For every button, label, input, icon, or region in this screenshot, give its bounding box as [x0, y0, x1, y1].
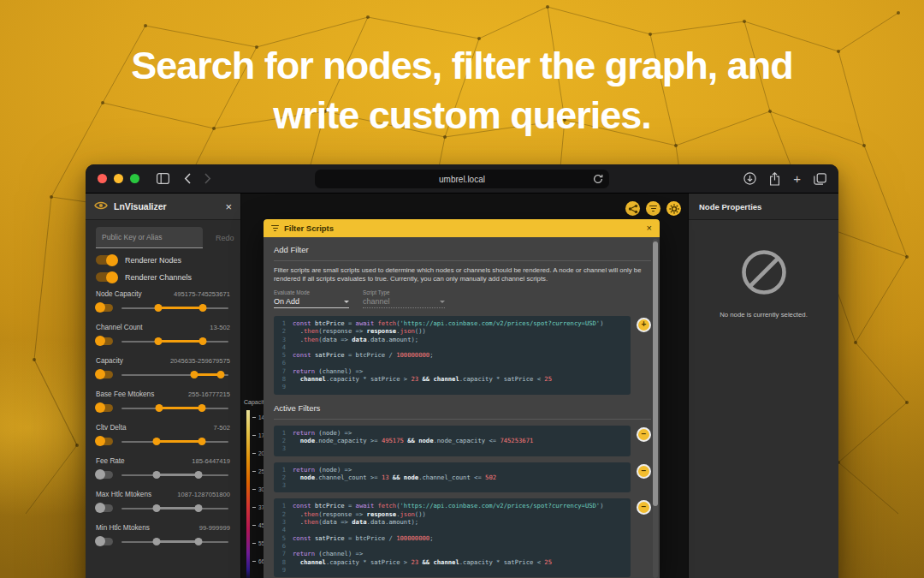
- downloads-icon[interactable]: [743, 172, 756, 185]
- chevron-down-icon: [440, 301, 445, 303]
- eye-icon: [94, 199, 108, 214]
- line-number: 8: [276, 375, 286, 383]
- modal-close-icon[interactable]: ×: [647, 223, 652, 233]
- range-handle-max[interactable]: [198, 404, 205, 412]
- code-line: 6: [276, 359, 626, 366]
- range-slider-track[interactable]: [121, 508, 228, 509]
- active-filter-script[interactable]: 1return (node) =>2 node.node_capacity >=…: [274, 426, 631, 456]
- range-handle-min[interactable]: [153, 471, 161, 479]
- slider-enable-toggle[interactable]: [96, 471, 113, 479]
- range-slider-track[interactable]: [121, 341, 228, 343]
- back-button[interactable]: [184, 173, 191, 184]
- slider-label: Min Htlc Mtokens: [96, 524, 150, 532]
- line-number: 4: [276, 343, 286, 351]
- sidebar-toggle-icon[interactable]: [157, 173, 169, 184]
- range-handle-max[interactable]: [199, 304, 207, 312]
- range-handle-min[interactable]: [191, 371, 198, 378]
- remove-filter-button[interactable]: −: [637, 500, 651, 515]
- remove-filter-button[interactable]: −: [637, 427, 651, 442]
- line-number: 5: [276, 351, 286, 359]
- sidebar-close-icon[interactable]: ×: [225, 201, 232, 212]
- slider-control: [86, 538, 240, 545]
- slider-enable-toggle[interactable]: [96, 438, 113, 445]
- settings-button[interactable]: [666, 201, 681, 216]
- toggle-switch[interactable]: [96, 272, 117, 282]
- search-input[interactable]: [96, 227, 203, 248]
- slider-label: Fee Rate: [96, 457, 125, 465]
- slider-value: 99-999999: [199, 524, 230, 532]
- range-handle-max[interactable]: [195, 471, 203, 479]
- range-handle-min[interactable]: [153, 538, 161, 545]
- filter-icon: [271, 225, 279, 232]
- evaluate-mode-select[interactable]: Evaluate Mode On Add: [274, 289, 349, 308]
- graph-view-button[interactable]: [625, 201, 640, 216]
- code-line: 5const satPrice = btcPrice / 100000000;: [276, 534, 626, 542]
- range-handle-min[interactable]: [154, 304, 162, 312]
- filter-scripts-button[interactable]: [646, 201, 660, 216]
- range-handle-max[interactable]: [217, 371, 225, 378]
- active-filter-script[interactable]: 1return (node) =>2 node.channel_count >=…: [274, 462, 631, 493]
- slider-head: Node Capacity495175-745253671: [86, 290, 240, 298]
- reload-icon[interactable]: [593, 174, 603, 184]
- range-handle-max[interactable]: [195, 538, 203, 545]
- tick-dash: [252, 525, 256, 526]
- capacity-colorbar: [246, 410, 250, 578]
- range-handle-min[interactable]: [153, 438, 161, 445]
- forward-button[interactable]: [204, 173, 211, 184]
- code-text: .then(data => data.data.amount);: [293, 336, 418, 343]
- slider-enable-toggle[interactable]: [96, 404, 113, 412]
- active-filter-script[interactable]: 1const btcPrice = await fetch('https://a…: [274, 498, 631, 577]
- active-filter-row: 1const btcPrice = await fetch('https://a…: [274, 498, 651, 577]
- slider-node-capacity: Node Capacity495175-745253671: [86, 290, 240, 321]
- tab-overview-icon[interactable]: [814, 173, 826, 185]
- search-redo-button[interactable]: Redo: [210, 233, 240, 243]
- range-handle-max[interactable]: [198, 438, 205, 445]
- slider-enable-toggle[interactable]: [96, 304, 113, 312]
- code-line: 4: [276, 343, 626, 351]
- toggle-knob: [95, 469, 105, 480]
- slider-value: 13-502: [210, 324, 230, 331]
- range-slider-track[interactable]: [121, 541, 228, 543]
- slider-value: 1087-1287051800: [177, 491, 230, 498]
- range-slider-track[interactable]: [121, 474, 228, 476]
- close-window-button[interactable]: [98, 174, 107, 183]
- app-body: LnVisualizer × Redo Renderer NodesRender…: [86, 194, 838, 578]
- script-editor[interactable]: 1const btcPrice = await fetch('https://a…: [274, 316, 631, 395]
- node-search-row: Redo: [96, 227, 230, 248]
- scrollbar-thumb[interactable]: [653, 241, 658, 506]
- range-slider-track[interactable]: [121, 374, 228, 376]
- range-slider-track[interactable]: [121, 307, 228, 309]
- script-type-select[interactable]: Script Type channel: [363, 289, 445, 308]
- modal-title: Filter Scripts: [284, 223, 334, 233]
- slider-enable-toggle[interactable]: [96, 538, 113, 545]
- minimize-window-button[interactable]: [114, 174, 123, 183]
- modal-scrollbar[interactable]: [653, 239, 658, 578]
- add-filter-button[interactable]: +: [637, 318, 651, 332]
- slider-control: [86, 438, 240, 445]
- remove-filter-button[interactable]: −: [637, 464, 651, 479]
- range-slider-track[interactable]: [121, 441, 228, 443]
- slider-enable-toggle[interactable]: [96, 504, 113, 512]
- share-icon[interactable]: [769, 172, 780, 186]
- slider-enable-toggle[interactable]: [96, 371, 113, 378]
- zoom-window-button[interactable]: [130, 174, 139, 183]
- line-number: 3: [276, 336, 286, 343]
- renderer-toggle-row: Renderer Nodes: [96, 254, 230, 265]
- code-text: const satPrice = btcPrice / 100000000;: [293, 351, 433, 359]
- range-slider-track[interactable]: [121, 408, 228, 409]
- address-bar[interactable]: umbrel.local: [315, 170, 609, 188]
- range-handle-min[interactable]: [155, 404, 163, 412]
- filter-icon: [649, 206, 657, 212]
- range-handle-min[interactable]: [154, 337, 162, 345]
- slider-enable-toggle[interactable]: [96, 337, 113, 345]
- range-fill: [157, 440, 202, 443]
- range-handle-max[interactable]: [199, 337, 207, 345]
- slider-label: Max Htlc Mtokens: [96, 491, 151, 498]
- toggle-switch[interactable]: [96, 255, 117, 265]
- range-handle-max[interactable]: [195, 504, 203, 512]
- slider-head: Min Htlc Mtokens99-999999: [86, 524, 240, 532]
- new-tab-icon[interactable]: +: [793, 172, 801, 185]
- evaluate-mode-value: On Add: [274, 297, 299, 306]
- modal-body: Add Filter Filter scripts are small scri…: [264, 237, 660, 578]
- range-handle-min[interactable]: [153, 504, 161, 512]
